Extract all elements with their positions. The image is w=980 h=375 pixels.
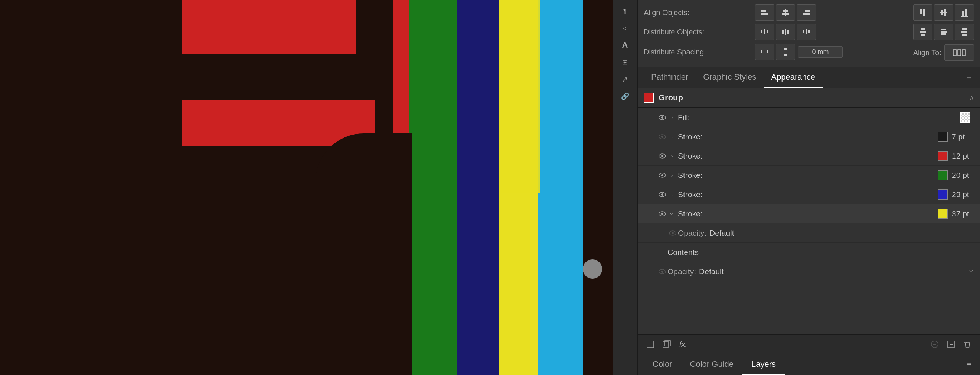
opacity-main-row: Opacity: Default bbox=[638, 262, 980, 281]
contents-row[interactable]: Contents bbox=[638, 243, 980, 262]
opacity-row-expand[interactable] bbox=[968, 268, 974, 275]
appearance-panel: Group ∧ › Fill: › Strok bbox=[638, 88, 980, 334]
circle-tool[interactable]: ○ bbox=[617, 20, 633, 36]
stroke-7pt-swatch[interactable] bbox=[938, 131, 948, 142]
opacity-main-visibility-toggle[interactable] bbox=[657, 266, 667, 277]
svg-point-48 bbox=[661, 116, 663, 119]
opacity-sub-visibility-toggle[interactable] bbox=[667, 228, 678, 238]
svg-point-56 bbox=[661, 193, 663, 196]
right-panel: Align Objects: bbox=[638, 0, 980, 375]
dist-middle-button[interactable] bbox=[934, 24, 953, 40]
align-left-button[interactable] bbox=[755, 5, 774, 21]
align-center-h-button[interactable] bbox=[776, 5, 795, 21]
align-bottom-button[interactable] bbox=[955, 5, 974, 21]
bottom-menu-button[interactable]: ≡ bbox=[963, 357, 974, 372]
contents-label: Contents bbox=[667, 248, 974, 257]
stroke-20pt-expand-arrow[interactable]: › bbox=[667, 171, 676, 180]
svg-rect-18 bbox=[761, 30, 762, 33]
grid-tool[interactable]: ⊞ bbox=[617, 54, 633, 70]
circle-handle[interactable] bbox=[583, 259, 602, 278]
collapse-button[interactable]: ∧ bbox=[969, 94, 974, 102]
svg-rect-0 bbox=[761, 10, 766, 12]
delete-icon-btn[interactable] bbox=[961, 337, 974, 351]
fill-swatch[interactable] bbox=[960, 112, 970, 123]
align-top-button[interactable] bbox=[913, 5, 932, 21]
stroke-7pt-value: 7 pt bbox=[952, 132, 974, 141]
svg-rect-44 bbox=[953, 50, 956, 55]
svg-rect-30 bbox=[942, 28, 946, 30]
align-objects-row: Align Objects: bbox=[644, 5, 974, 21]
opacity-main-value: Default bbox=[699, 267, 724, 276]
stripe-green bbox=[408, 0, 457, 375]
stroke-37pt-expand-arrow[interactable]: › bbox=[667, 209, 676, 218]
tab-appearance[interactable]: Appearance bbox=[764, 67, 822, 88]
spacing-value-input[interactable]: 0 mm bbox=[798, 46, 843, 58]
stroke-12pt-value: 12 pt bbox=[952, 152, 974, 160]
align-to-select[interactable] bbox=[944, 44, 974, 61]
distribute-spacing-label: Distribute Spacing: bbox=[644, 48, 755, 56]
dist-center-button[interactable] bbox=[776, 24, 795, 40]
type-tool[interactable]: A bbox=[617, 37, 633, 53]
duplicate-icon-btn[interactable] bbox=[660, 337, 673, 351]
new-layer-icon-btn[interactable] bbox=[644, 337, 657, 351]
dist-right-button[interactable] bbox=[797, 24, 816, 40]
stripe-darkblue bbox=[457, 0, 499, 375]
group-label: Group bbox=[659, 93, 683, 103]
paragraph-tool[interactable]: ¶ bbox=[617, 3, 633, 19]
stroke-7pt-visibility-toggle[interactable] bbox=[657, 131, 667, 142]
yellow-top bbox=[501, 0, 540, 193]
dist-left-button[interactable] bbox=[755, 24, 774, 40]
align-section: Align Objects: bbox=[638, 0, 980, 67]
bottom-tabs: Color Color Guide Layers ≡ bbox=[638, 354, 980, 375]
spacing-h-button[interactable] bbox=[755, 44, 774, 60]
tab-graphic-styles[interactable]: Graphic Styles bbox=[696, 67, 764, 88]
tab-color[interactable]: Color bbox=[644, 354, 681, 375]
fill-expand-arrow[interactable]: › bbox=[667, 113, 676, 122]
stroke-7pt-expand-arrow[interactable]: › bbox=[667, 132, 676, 141]
stroke-29pt-value: 29 pt bbox=[952, 190, 974, 199]
align-right-button[interactable] bbox=[797, 5, 816, 21]
stroke-37pt-visibility-toggle[interactable] bbox=[657, 209, 667, 219]
tabs-menu-button[interactable]: ≡ bbox=[963, 70, 974, 85]
tab-pathfinder[interactable]: Pathfinder bbox=[644, 67, 696, 88]
svg-rect-15 bbox=[962, 11, 964, 16]
stroke-20pt-visibility-toggle[interactable] bbox=[657, 170, 667, 180]
align-center-v-button[interactable] bbox=[934, 5, 953, 21]
tab-layers[interactable]: Layers bbox=[743, 354, 785, 375]
svg-point-60 bbox=[671, 232, 674, 234]
svg-rect-24 bbox=[803, 30, 804, 33]
panel-tabs: Pathfinder Graphic Styles Appearance ≡ bbox=[638, 67, 980, 88]
stroke-12pt-row: › Stroke: 12 pt bbox=[638, 146, 980, 166]
group-color-swatch[interactable] bbox=[644, 93, 654, 103]
stroke-29pt-visibility-toggle[interactable] bbox=[657, 189, 667, 200]
align-objects-label: Align Objects: bbox=[644, 8, 755, 17]
dist-top-button[interactable] bbox=[913, 24, 932, 40]
link-tool[interactable]: 🔗 bbox=[617, 88, 633, 104]
fx-button[interactable]: fx. bbox=[676, 339, 690, 350]
svg-point-54 bbox=[661, 174, 663, 176]
fill-visibility-toggle[interactable] bbox=[657, 112, 667, 123]
clear-icon-btn[interactable] bbox=[928, 337, 942, 351]
stroke-29pt-expand-arrow[interactable]: › bbox=[667, 190, 676, 199]
svg-rect-21 bbox=[782, 30, 784, 34]
dist-bottom-button[interactable] bbox=[955, 24, 974, 40]
stroke-12pt-expand-arrow[interactable]: › bbox=[667, 152, 676, 160]
stroke-37pt-swatch[interactable] bbox=[938, 209, 948, 219]
export-tool[interactable]: ↗ bbox=[617, 71, 633, 87]
canvas-area bbox=[0, 0, 612, 375]
stroke-37pt-value: 37 pt bbox=[952, 209, 974, 218]
opacity-sub-row: Opacity: Default bbox=[638, 223, 980, 243]
svg-rect-19 bbox=[764, 29, 765, 35]
stroke-20pt-swatch[interactable] bbox=[938, 170, 948, 180]
spacing-v-button[interactable] bbox=[776, 44, 795, 60]
distribute-objects-label: Distribute Objects: bbox=[644, 28, 755, 36]
tab-color-guide[interactable]: Color Guide bbox=[681, 354, 743, 375]
stroke-12pt-visibility-toggle[interactable] bbox=[657, 151, 667, 161]
stroke-29pt-swatch[interactable] bbox=[938, 189, 948, 200]
svg-rect-46 bbox=[962, 50, 965, 55]
curve-overlay-1 bbox=[315, 133, 412, 375]
add-item-icon-btn[interactable] bbox=[944, 337, 958, 351]
svg-rect-23 bbox=[787, 30, 789, 34]
stroke-12pt-swatch[interactable] bbox=[938, 151, 948, 161]
stroke-7pt-row: › Stroke: 7 pt bbox=[638, 127, 980, 146]
